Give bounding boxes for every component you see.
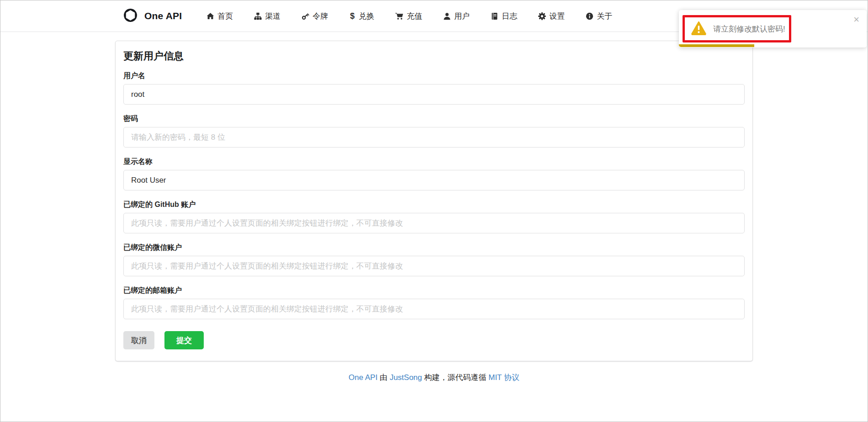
page-title: 更新用户信息	[123, 49, 745, 63]
display-name-input[interactable]	[123, 170, 745, 190]
nav-item-home[interactable]: 首页	[206, 11, 233, 21]
nav-item-label: 关于	[597, 11, 612, 21]
nav-item-label: 首页	[217, 11, 233, 21]
submit-button[interactable]: 提交	[164, 331, 204, 349]
form-actions: 取消 提交	[123, 331, 745, 349]
footer: One API 由 JustSong 构建，源代码遵循 MIT 协议	[0, 372, 868, 383]
dollar-icon: $	[349, 11, 355, 21]
nav-menu: 首页 渠道	[206, 11, 612, 21]
toast-body: 请立刻修改默认密码!	[691, 10, 785, 47]
footer-link-license[interactable]: MIT 协议	[488, 373, 519, 382]
email-account-input[interactable]	[123, 299, 745, 319]
display-name-label: 显示名称	[123, 157, 745, 167]
nav-item-label: 渠道	[265, 11, 281, 21]
nav-item-label: 日志	[502, 11, 517, 21]
nav-item-label: 令牌	[312, 11, 328, 21]
user-icon	[443, 12, 451, 20]
sitemap-icon	[254, 12, 262, 20]
password-input[interactable]	[123, 127, 745, 148]
cart-icon	[395, 12, 403, 20]
nav-item-settings[interactable]: 设置	[538, 11, 565, 21]
nav-item-label: 设置	[549, 11, 565, 21]
email-account-label: 已绑定的邮箱账户	[123, 286, 745, 295]
field-username: 用户名	[123, 71, 745, 105]
nav-item-tokens[interactable]: 令牌	[302, 11, 328, 21]
nav-item-logs[interactable]: 日志	[491, 11, 517, 21]
wechat-account-input[interactable]	[123, 256, 745, 276]
nav-item-label: 充值	[407, 11, 422, 21]
brand-title: One API	[144, 11, 182, 21]
field-email: 已绑定的邮箱账户	[123, 286, 745, 319]
warning-triangle-icon	[691, 21, 706, 37]
brand-home-link[interactable]: One API	[122, 7, 182, 26]
nav-item-about[interactable]: 关于	[586, 11, 612, 21]
key-icon	[302, 12, 309, 20]
nav-item-topup[interactable]: 充值	[395, 11, 422, 21]
github-account-input[interactable]	[123, 213, 745, 233]
home-icon	[206, 12, 214, 20]
nav-item-redemption[interactable]: $ 兑换	[349, 11, 374, 21]
username-label: 用户名	[123, 71, 745, 81]
openai-logo-icon	[122, 7, 139, 26]
info-icon	[586, 12, 593, 20]
toast-warning: 请立刻修改默认密码! ×	[679, 10, 867, 47]
field-password: 密码	[123, 114, 745, 148]
footer-link-oneapi[interactable]: One API	[349, 373, 377, 382]
footer-text: 由	[377, 373, 389, 382]
close-icon[interactable]: ×	[853, 15, 859, 25]
book-icon	[491, 12, 498, 20]
nav-item-label: 兑换	[359, 11, 374, 21]
toast-message: 请立刻修改默认密码!	[713, 24, 785, 34]
update-user-card: 更新用户信息 用户名 密码 显示名称 已绑定的 GitHub 账户 已绑定的微信…	[115, 41, 753, 361]
nav-item-users[interactable]: 用户	[443, 11, 470, 21]
wechat-account-label: 已绑定的微信账户	[123, 243, 745, 253]
password-label: 密码	[123, 114, 745, 124]
field-display-name: 显示名称	[123, 157, 745, 190]
field-wechat: 已绑定的微信账户	[123, 243, 745, 276]
username-input[interactable]	[123, 84, 745, 105]
cancel-button[interactable]: 取消	[123, 331, 154, 349]
footer-link-author[interactable]: JustSong	[390, 373, 422, 382]
github-account-label: 已绑定的 GitHub 账户	[123, 200, 745, 210]
app-window: One API 首页	[0, 0, 868, 422]
nav-item-channels[interactable]: 渠道	[254, 11, 281, 21]
nav-item-label: 用户	[454, 11, 470, 21]
gear-icon	[538, 12, 546, 20]
field-github: 已绑定的 GitHub 账户	[123, 200, 745, 233]
footer-text: 构建，源代码遵循	[422, 373, 488, 382]
toast-progress-bar	[679, 44, 754, 47]
